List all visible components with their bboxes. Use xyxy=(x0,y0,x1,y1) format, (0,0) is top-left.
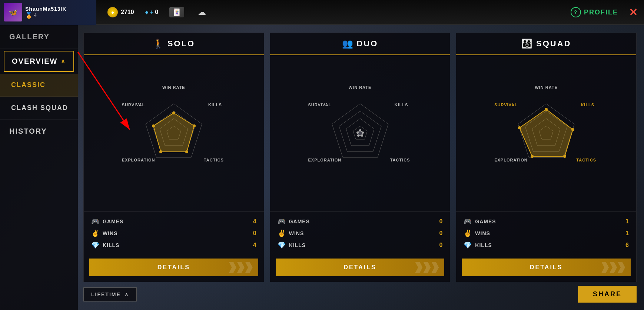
sidebar-item-history[interactable]: HISTORY xyxy=(0,120,78,143)
solo-games-value: 4 xyxy=(253,218,256,225)
lifetime-button[interactable]: LIFETIME ∧ xyxy=(83,287,137,301)
wins-icon: ✌ xyxy=(91,229,100,237)
duo-wins-icon: ✌ xyxy=(278,229,286,237)
chevron-up-icon: ∧ xyxy=(61,58,66,65)
solo-wins-value: 0 xyxy=(253,230,256,237)
coins-item: ● 2710 xyxy=(107,7,134,17)
card-icon[interactable]: 🃏 xyxy=(169,7,184,17)
squad-kills-value: 6 xyxy=(625,242,629,249)
duo-chevron-arr-2 xyxy=(423,262,431,273)
chevron-arr-3 xyxy=(245,262,253,273)
solo-title: SOLO xyxy=(167,39,195,49)
squad-radar-labels: WIN RATE KILLS TACTICS EXPLORATION SURVI… xyxy=(498,85,594,181)
chevron-arr-2 xyxy=(237,262,245,273)
squad-stats-section: 🎮 GAMES 1 ✌ WINS 1 💎 KILLS xyxy=(456,211,636,255)
bottom-bar: LIFETIME ∧ SHARE xyxy=(83,286,637,303)
squad-chevron-arr-2 xyxy=(610,262,617,273)
level-value: 4 xyxy=(34,13,37,18)
squad-games-label: 🎮 GAMES xyxy=(464,217,496,226)
coin-icon: ● xyxy=(107,7,118,17)
duo-label-tactics: TACTICS xyxy=(390,158,410,162)
squad-kills-row: 💎 KILLS 6 xyxy=(464,241,629,249)
duo-games-row: 🎮 GAMES 0 xyxy=(278,217,443,226)
solo-details-button[interactable]: DETAILS xyxy=(89,259,258,276)
duo-stats-section: 🎮 GAMES 0 ✌ WINS 0 💎 KILLS xyxy=(270,211,450,255)
solo-games-label: 🎮 GAMES xyxy=(91,217,123,226)
squad-wins-value: 1 xyxy=(625,230,629,237)
duo-radar-container: WIN RATE KILLS TACTICS EXPLORATION SURVI… xyxy=(312,85,408,181)
duo-chevron-arrows xyxy=(415,262,439,273)
squad-label-tactics: TACTICS xyxy=(576,158,596,162)
squad-games-row: 🎮 GAMES 1 xyxy=(464,217,629,226)
squad-gamepad-icon: 🎮 xyxy=(464,217,472,226)
solo-radar-section: WIN RATE KILLS TACTICS EXPLORATION SURVI… xyxy=(84,55,264,211)
squad-games-value: 1 xyxy=(625,218,629,225)
duo-kills-row: 💎 KILLS 0 xyxy=(278,241,443,249)
solo-label-tactics: TACTICS xyxy=(204,158,224,162)
squad-details-button[interactable]: DETAILS xyxy=(462,259,631,276)
squad-chevron-arr-3 xyxy=(618,262,625,273)
topbar: 🦋 ShaunMa513IK 🏅 4 ● 2710 ♦ + 0 🃏 ☁ ? PR… xyxy=(0,0,644,25)
gamepad-icon: 🎮 xyxy=(91,217,100,226)
duo-chevron-arr-1 xyxy=(415,262,422,273)
solo-label-winrate: WIN RATE xyxy=(162,85,185,90)
solo-stats-section: 🎮 GAMES 4 ✌ WINS 0 💎 KILLS xyxy=(84,211,264,255)
duo-label-exploration: EXPLORATION xyxy=(308,158,342,162)
solo-wins-label: ✌ WINS xyxy=(91,229,118,237)
squad-kills-label: 💎 KILLS xyxy=(464,241,492,249)
squad-label-exploration: EXPLORATION xyxy=(494,158,528,162)
kills-icon: 💎 xyxy=(91,241,100,249)
duo-wins-value: 0 xyxy=(439,230,442,237)
profile-help-icon: ? xyxy=(571,7,581,17)
duo-wins-row: ✌ WINS 0 xyxy=(278,229,443,237)
solo-icon: 🚶 xyxy=(153,39,164,49)
solo-label-kills: KILLS xyxy=(208,103,222,107)
coins-value: 2710 xyxy=(121,9,134,16)
sidebar-item-gallery[interactable]: GALLERY xyxy=(0,25,78,49)
lifetime-chevron-icon: ∧ xyxy=(125,291,129,297)
duo-header: 👥 DUO xyxy=(270,33,450,55)
user-section: 🦋 ShaunMa513IK 🏅 4 xyxy=(0,0,96,25)
squad-label-winrate: WIN RATE xyxy=(535,85,558,90)
profile-button[interactable]: ? PROFILE xyxy=(563,7,625,17)
solo-radar-labels: WIN RATE KILLS TACTICS EXPLORATION SURVI… xyxy=(126,85,222,181)
duo-kills-label: 💎 KILLS xyxy=(278,241,306,249)
currency-section: ● 2710 ♦ + 0 🃏 ☁ xyxy=(96,7,341,17)
squad-card: 👨‍👩‍👧 SQUAD xyxy=(456,33,637,282)
duo-icon: 👥 xyxy=(342,39,353,49)
chevron-arr-1 xyxy=(229,262,236,273)
squad-radar-container: WIN RATE KILLS TACTICS EXPLORATION SURVI… xyxy=(498,85,594,181)
squad-title: SQUAD xyxy=(536,39,571,49)
duo-gamepad-icon: 🎮 xyxy=(278,217,286,226)
sidebar-item-clash-squad[interactable]: CLASH SQUAD xyxy=(0,97,78,120)
duo-chevron-arr-3 xyxy=(431,262,439,273)
solo-wins-row: ✌ WINS 0 xyxy=(91,229,256,237)
sidebar-item-overview[interactable]: OVERVIEW ∧ xyxy=(4,51,74,72)
cloud-icon[interactable]: ☁ xyxy=(195,7,209,17)
solo-label-survival: SURVIVAL xyxy=(122,103,145,107)
duo-details-button[interactable]: DETAILS xyxy=(276,259,445,276)
solo-header: 🚶 SOLO xyxy=(84,33,264,55)
solo-kills-value: 4 xyxy=(253,242,256,249)
solo-kills-label: 💎 KILLS xyxy=(91,241,119,249)
sidebar-item-classic[interactable]: CLASSIC xyxy=(0,74,78,97)
diamonds-item: ♦ + 0 xyxy=(145,9,158,16)
duo-label-survival: SURVIVAL xyxy=(308,103,332,107)
duo-kills-icon: 💎 xyxy=(278,241,286,249)
duo-radar-labels: WIN RATE KILLS TACTICS EXPLORATION SURVI… xyxy=(312,85,408,181)
solo-kills-row: 💎 KILLS 4 xyxy=(91,241,256,249)
close-button[interactable]: ✕ xyxy=(625,5,640,20)
diamonds-label: + xyxy=(150,9,153,16)
squad-label-survival: SURVIVAL xyxy=(494,103,518,107)
duo-title: DUO xyxy=(357,39,378,49)
share-button[interactable]: SHARE xyxy=(578,286,637,303)
squad-icon: 👨‍👩‍👧 xyxy=(521,39,532,49)
squad-chevron-arr-1 xyxy=(601,262,609,273)
duo-label-winrate: WIN RATE xyxy=(349,85,372,90)
duo-card: 👥 DUO xyxy=(270,33,451,282)
duo-label-kills: KILLS xyxy=(395,103,408,107)
squad-header: 👨‍👩‍👧 SQUAD xyxy=(456,33,636,55)
squad-chevron-arrows xyxy=(601,262,625,273)
duo-games-label: 🎮 GAMES xyxy=(278,217,310,226)
squad-label-kills: KILLS xyxy=(581,103,594,107)
